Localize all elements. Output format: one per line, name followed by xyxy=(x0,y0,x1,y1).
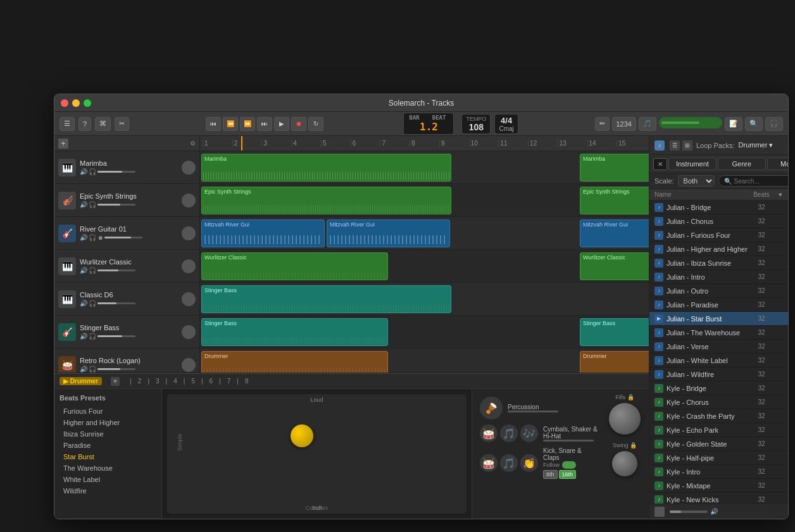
loop-item[interactable]: ♪ Julian - Ibiza Sunrise 32 120 - xyxy=(649,256,789,270)
go-start-button[interactable]: ⏭ xyxy=(257,117,272,131)
record-button[interactable]: ⏺ xyxy=(291,117,306,131)
volume-slider[interactable] xyxy=(97,204,135,206)
clip-river-guitar-3[interactable]: Mitzvah River Gui xyxy=(580,220,649,247)
preset-wildfire[interactable]: Wildfire xyxy=(59,485,156,497)
loop-item[interactable]: ♪ Julian - Intro 32 120 - xyxy=(649,270,789,284)
loop-view-grid[interactable]: ⊞ xyxy=(682,140,692,151)
pan-knob[interactable] xyxy=(182,292,196,306)
volume-slider[interactable] xyxy=(97,368,135,370)
track-item-classic-d6[interactable]: 🎹 Classic D6 🔊 🎧 xyxy=(54,283,199,316)
add-track-button[interactable]: + xyxy=(58,139,68,149)
pan-knob[interactable] xyxy=(182,325,196,339)
midi-button[interactable]: ⌘ xyxy=(95,117,111,131)
clip-wurlitzer-2[interactable]: Wurlitzer Classic xyxy=(580,252,649,280)
preset-star-burst[interactable]: Star Burst xyxy=(59,451,156,462)
library-button[interactable]: ☰ xyxy=(59,117,75,131)
mute-icon[interactable]: 🔊 xyxy=(80,168,87,175)
volume-slider[interactable] xyxy=(97,269,135,271)
search-input[interactable] xyxy=(734,178,789,185)
play-button[interactable]: ▶ xyxy=(274,117,289,131)
search-box[interactable]: 🔍 xyxy=(718,175,789,187)
volume-slider[interactable] xyxy=(97,335,135,337)
preset-paradise[interactable]: Paradise xyxy=(59,440,156,451)
track-item-stinger-bass[interactable]: 🎸 Stinger Bass 🔊 🎧 xyxy=(54,316,199,349)
clip-river-guitar-1[interactable]: Mitzvah River Gui xyxy=(201,220,325,247)
clip-stinger-1[interactable]: Stinger Bass xyxy=(201,285,451,313)
clip-marimba-2[interactable]: Marimba xyxy=(580,154,649,182)
fills-knob[interactable] xyxy=(609,403,641,435)
mute-icon[interactable]: 🔊 xyxy=(80,300,87,307)
loop-item[interactable]: ♪ Julian - The Warehouse 32 120 - xyxy=(649,326,789,340)
loop-item[interactable]: ♪ Julian - Outro 32 120 - xyxy=(649,284,789,298)
scissors-button[interactable]: ✂ xyxy=(115,117,129,131)
track-item-epic-synth[interactable]: 🎻 Epic Synth Strings 🔊 🎧 xyxy=(54,184,199,217)
fullscreen-button[interactable] xyxy=(84,99,91,107)
record-icon[interactable]: ⏺ xyxy=(97,235,103,241)
track-lane-marimba[interactable]: Marimba Marimba xyxy=(200,151,649,184)
headphones-icon[interactable]: 🎧 xyxy=(89,201,96,208)
forward-button[interactable]: ⏩ xyxy=(240,117,255,131)
loop-item[interactable]: ♪ Julian - Furious Four 32 120 - xyxy=(649,228,789,242)
tab-instrument[interactable]: Instrument xyxy=(668,158,717,170)
loop-item[interactable]: ♪ Julian - White Label 32 120 - xyxy=(649,354,789,368)
pan-knob[interactable] xyxy=(182,226,196,240)
loop-item[interactable]: ♪ Kyle - Bridge 32 110 - xyxy=(649,381,789,395)
drummer-position-knob[interactable] xyxy=(291,424,313,447)
volume-slider[interactable] xyxy=(97,171,135,173)
loop-item[interactable]: ♪ Kyle - Mixtape 32 110 - xyxy=(649,479,789,493)
clip-river-guitar-2[interactable]: Mitzvah River Gui xyxy=(327,220,450,247)
track-lane-classic-d6[interactable]: Stinger Bass xyxy=(200,283,649,316)
loop-item[interactable]: ♪ Julian - Verse 32 120 - xyxy=(649,340,789,354)
preset-warehouse[interactable]: The Warehouse xyxy=(59,462,156,474)
clip-epic-synth-2[interactable]: Epic Synth Strings xyxy=(580,187,649,214)
footer-slider[interactable] xyxy=(670,510,708,513)
back-button[interactable]: ⏪ xyxy=(223,117,238,131)
track-lane-retro-rock[interactable]: Drummer Drummer xyxy=(200,349,649,373)
loop-item[interactable]: ♪ Kyle - Intro 32 110 - xyxy=(649,465,789,479)
loop-view-list[interactable]: ☰ xyxy=(670,140,680,151)
cycle-button[interactable]: ↻ xyxy=(308,117,323,131)
footer-icon[interactable] xyxy=(654,507,665,517)
track-lane-wurlitzer[interactable]: Wurlitzer Classic Wurlitzer Classic xyxy=(200,250,649,283)
drummer-minimize[interactable]: ♥ xyxy=(111,377,120,386)
loop-item[interactable]: ♪ Julian - Higher and Higher 32 120 - xyxy=(649,242,789,256)
loop-item[interactable]: ♪ Kyle - Echo Park 32 110 - xyxy=(649,423,789,437)
volume-slider[interactable] xyxy=(104,237,142,238)
master-volume[interactable] xyxy=(659,117,722,128)
rewind-button[interactable]: ⏮ xyxy=(206,117,221,131)
preset-ibiza[interactable]: Ibiza Sunrise xyxy=(59,428,156,440)
clip-stinger-bass-1[interactable]: Stinger Bass xyxy=(201,318,388,346)
swing-knob[interactable] xyxy=(612,451,637,476)
drummer-pad-main[interactable]: Simple Complex Loud Soft xyxy=(167,394,466,514)
loop-item[interactable]: ♪ Julian - Wildfire 32 120 - xyxy=(649,368,789,381)
percussion-slider[interactable] xyxy=(508,411,558,412)
eighth-button[interactable]: 8th xyxy=(543,470,558,479)
pencil-button[interactable]: ✏ xyxy=(595,117,610,131)
note-pad-button[interactable]: 📝 xyxy=(725,117,742,131)
preset-white-label[interactable]: White Label xyxy=(59,474,156,485)
track-controls-toggle[interactable]: ⚙ xyxy=(190,140,196,147)
headphones-icon[interactable]: 🎧 xyxy=(89,366,96,373)
headphones-icon[interactable]: 🎧 xyxy=(89,267,96,274)
cymbals-slider[interactable] xyxy=(543,440,594,442)
track-lane-stinger-bass[interactable]: Stinger Bass Stinger Bass xyxy=(200,316,649,349)
mute-icon[interactable]: 🔊 xyxy=(80,366,87,373)
pan-knob[interactable] xyxy=(182,259,196,273)
mute-icon[interactable]: 🔊 xyxy=(80,333,87,340)
headphones-icon[interactable]: 🎧 xyxy=(89,234,96,241)
headphones-icon[interactable]: 🎧 xyxy=(89,168,96,175)
headphones-icon[interactable]: 🎧 xyxy=(89,333,96,340)
clip-wurlitzer-1[interactable]: Wurlitzer Classic xyxy=(201,252,388,280)
clip-retro-rock-1[interactable]: Drummer xyxy=(201,351,388,373)
track-lane-epic-synth[interactable]: Epic Synth Strings Epic Synth Strings xyxy=(200,184,649,217)
loop-item[interactable]: ♪ Kyle - New Kicks 32 110 - xyxy=(649,493,789,504)
loop-item[interactable]: ♪ Kyle - Chorus 32 110 - xyxy=(649,395,789,409)
loop-item[interactable]: ▶ Julian - Star Burst 32 120 - xyxy=(649,312,789,326)
clip-epic-synth-1[interactable]: Epic Synth Strings xyxy=(201,187,451,214)
loop-item[interactable]: ♪ Julian - Chorus 32 120 - xyxy=(649,214,789,228)
mute-icon[interactable]: 🔊 xyxy=(80,201,87,208)
loop-item[interactable]: ♪ Kyle - Crash the Party 32 110 - xyxy=(649,409,789,423)
volume-slider[interactable] xyxy=(97,302,135,304)
mute-icon[interactable]: 🔊 xyxy=(80,234,87,241)
track-lane-river-guitar[interactable]: Mitzvah River Gui Mitzvah River Gui Mitz… xyxy=(200,217,649,250)
